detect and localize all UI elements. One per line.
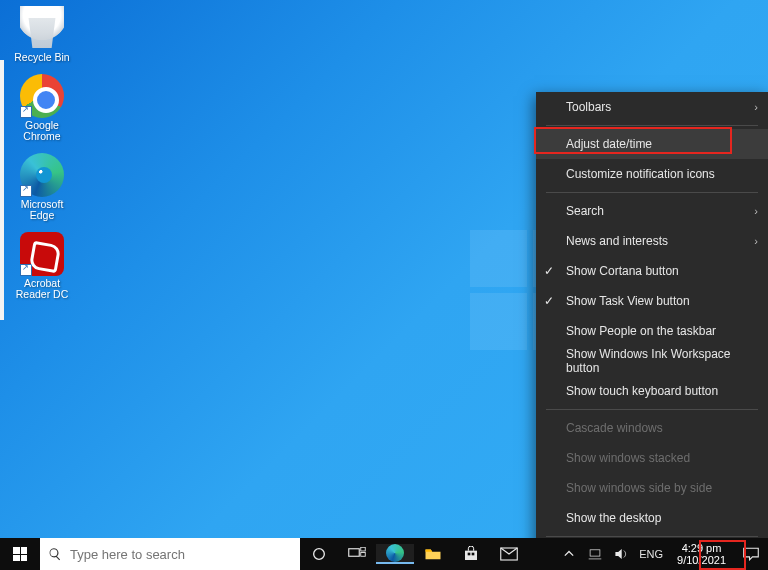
- menu-item-adjust-date-time[interactable]: Adjust date/time: [536, 129, 768, 159]
- menu-item-label: Show touch keyboard button: [566, 384, 718, 398]
- acrobat-icon: [20, 232, 64, 276]
- menu-item-label: Show the desktop: [566, 511, 661, 525]
- background-window-sliver: [0, 60, 4, 320]
- cortana-button[interactable]: [300, 546, 338, 562]
- check-icon: ✓: [544, 294, 554, 308]
- taskbar: ENG 4:29 pm 9/10/2021: [0, 538, 768, 570]
- search-icon: [48, 547, 62, 561]
- shortcut-arrow-icon: [20, 264, 32, 276]
- svg-rect-4: [465, 551, 477, 560]
- menu-item-label: Show Windows Ink Workspace button: [566, 347, 754, 375]
- taskbar-search[interactable]: [40, 538, 300, 570]
- menu-item-label: Adjust date/time: [566, 137, 652, 151]
- network-icon: [588, 548, 602, 560]
- tray-volume-button[interactable]: [613, 548, 629, 560]
- menu-item-show-people-on-the-taskbar[interactable]: Show People on the taskbar: [536, 316, 768, 346]
- svg-rect-1: [349, 549, 360, 557]
- store-icon: [463, 546, 479, 562]
- notification-icon: [743, 547, 759, 561]
- tray-network-button[interactable]: [587, 548, 603, 560]
- folder-icon: [424, 547, 442, 561]
- start-button[interactable]: [0, 538, 40, 570]
- menu-item-search[interactable]: Search›: [536, 196, 768, 226]
- recycle-bin-icon: [20, 6, 64, 50]
- menu-separator: [546, 409, 758, 410]
- desktop-icon-acrobat-reader[interactable]: Acrobat Reader DC: [8, 232, 76, 301]
- check-icon: ✓: [544, 264, 554, 278]
- menu-item-label: Toolbars: [566, 100, 611, 114]
- taskbar-app-edge[interactable]: [376, 544, 414, 564]
- tray-overflow-button[interactable]: [561, 549, 577, 559]
- taskbar-context-menu: Toolbars›Adjust date/timeCustomize notif…: [536, 92, 768, 570]
- tray-clock[interactable]: 4:29 pm 9/10/2021: [673, 540, 730, 568]
- svg-rect-2: [361, 547, 366, 551]
- windows-logo-icon: [13, 547, 27, 561]
- mail-icon: [500, 547, 518, 561]
- desktop: Recycle Bin Google Chrome Microsoft Edge…: [8, 6, 76, 311]
- shortcut-arrow-icon: [20, 106, 32, 118]
- svg-point-0: [314, 549, 325, 560]
- svg-rect-5: [468, 553, 471, 556]
- edge-icon: [20, 153, 64, 197]
- shortcut-arrow-icon: [20, 185, 32, 197]
- chevron-right-icon: ›: [754, 235, 758, 247]
- clock-date: 9/10/2021: [677, 554, 726, 566]
- desktop-icon-label: Google Chrome: [8, 120, 76, 143]
- desktop-icon-label: Recycle Bin: [8, 52, 76, 64]
- desktop-icon-label: Microsoft Edge: [8, 199, 76, 222]
- menu-item-label: Show windows stacked: [566, 451, 690, 465]
- task-view-button[interactable]: [338, 547, 376, 561]
- menu-separator: [546, 125, 758, 126]
- volume-icon: [614, 548, 628, 560]
- menu-separator: [546, 192, 758, 193]
- menu-item-label: Show Cortana button: [566, 264, 679, 278]
- svg-rect-8: [590, 550, 600, 556]
- menu-item-label: Customize notification icons: [566, 167, 715, 181]
- chevron-right-icon: ›: [754, 205, 758, 217]
- desktop-icon-google-chrome[interactable]: Google Chrome: [8, 74, 76, 143]
- search-input[interactable]: [70, 547, 300, 562]
- menu-item-show-windows-side-by-side: Show windows side by side: [536, 473, 768, 503]
- clock-time: 4:29 pm: [677, 542, 726, 554]
- system-tray: ENG 4:29 pm 9/10/2021: [561, 538, 768, 570]
- menu-item-show-windows-ink-workspace-button[interactable]: Show Windows Ink Workspace button: [536, 346, 768, 376]
- menu-item-news-and-interests[interactable]: News and interests›: [536, 226, 768, 256]
- menu-item-label: Show People on the taskbar: [566, 324, 716, 338]
- menu-item-label: Show Task View button: [566, 294, 690, 308]
- menu-item-show-cortana-button[interactable]: ✓Show Cortana button: [536, 256, 768, 286]
- menu-item-label: Show windows side by side: [566, 481, 712, 495]
- taskbar-app-store[interactable]: [452, 546, 490, 562]
- taskbar-pinned-apps: [300, 538, 528, 570]
- menu-item-show-windows-stacked: Show windows stacked: [536, 443, 768, 473]
- action-center-button[interactable]: [740, 547, 762, 561]
- desktop-icon-label: Acrobat Reader DC: [8, 278, 76, 301]
- menu-separator: [546, 536, 758, 537]
- menu-item-label: Cascade windows: [566, 421, 663, 435]
- svg-rect-3: [361, 553, 366, 557]
- menu-item-label: Search: [566, 204, 604, 218]
- menu-item-show-the-desktop[interactable]: Show the desktop: [536, 503, 768, 533]
- taskbar-app-mail[interactable]: [490, 547, 528, 561]
- desktop-icon-microsoft-edge[interactable]: Microsoft Edge: [8, 153, 76, 222]
- menu-item-cascade-windows: Cascade windows: [536, 413, 768, 443]
- chrome-icon: [20, 74, 64, 118]
- menu-item-label: News and interests: [566, 234, 668, 248]
- menu-item-customize-notification-icons[interactable]: Customize notification icons: [536, 159, 768, 189]
- desktop-icon-recycle-bin[interactable]: Recycle Bin: [8, 6, 76, 64]
- tray-language-button[interactable]: ENG: [639, 548, 663, 560]
- chevron-up-icon: [564, 549, 574, 559]
- chevron-right-icon: ›: [754, 101, 758, 113]
- menu-item-show-task-view-button[interactable]: ✓Show Task View button: [536, 286, 768, 316]
- menu-item-toolbars[interactable]: Toolbars›: [536, 92, 768, 122]
- menu-item-show-touch-keyboard-button[interactable]: Show touch keyboard button: [536, 376, 768, 406]
- edge-icon: [386, 544, 404, 562]
- svg-rect-6: [472, 553, 475, 556]
- taskbar-app-file-explorer[interactable]: [414, 547, 452, 561]
